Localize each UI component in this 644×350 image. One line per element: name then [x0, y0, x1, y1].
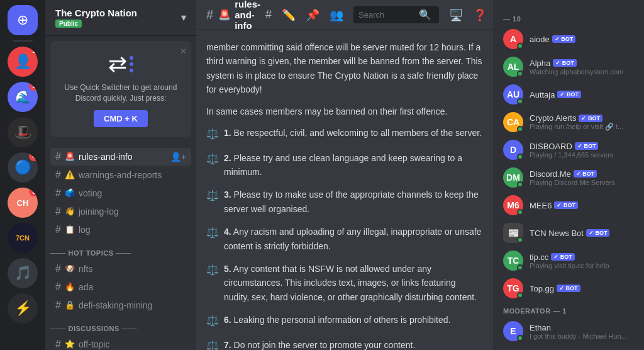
- log-hash-icon: #: [55, 224, 61, 235]
- member-tipcc[interactable]: TC tip.cc ✓ BOT Playing visit tip.cc for…: [498, 247, 639, 274]
- member-tcn-news-bot[interactable]: 📰 TCN News Bot ✓ BOT: [498, 219, 639, 247]
- member-aiode[interactable]: A aiode ✓ BOT: [498, 25, 639, 53]
- channels-list: # 🚨 rules-and-info 👤+ # ⚠️ warnings-and-…: [45, 142, 196, 350]
- auttaja-bot-badge: ✓ BOT: [557, 91, 581, 98]
- rules-channel-name: rules-and-info: [79, 152, 167, 162]
- rule-5-text: 5. Any content that is NSFW is not allow…: [224, 262, 483, 304]
- channel-item-nfts[interactable]: # 🐶 nfts: [50, 260, 191, 278]
- member-auttaja[interactable]: AU Auttaja ✓ BOT: [498, 81, 639, 108]
- help-icon[interactable]: ❓: [473, 8, 487, 22]
- pin-icon[interactable]: 📌: [306, 8, 319, 22]
- tcn-news-bot-badge: ✓ BOT: [586, 229, 610, 237]
- channel-item-joining-log[interactable]: # 👋 joining-log: [50, 203, 191, 220]
- rule-5: ⚖️ 5. Any content that is NSFW is not al…: [206, 262, 483, 304]
- server-header[interactable]: The Crypto Nation Public ▾: [45, 0, 196, 36]
- member-mee6-avatar: M6: [503, 195, 523, 215]
- channel-item-warnings[interactable]: # ⚠️ warnings-and-reports: [50, 166, 191, 184]
- member-tcn-news-bot-status: [517, 237, 523, 243]
- chat-messages: member committing said offence will be s…: [196, 30, 493, 350]
- member-discord-me[interactable]: DM Discord.Me ✓ BOT Playing Discord.Me S…: [498, 164, 639, 191]
- channel-item-log[interactable]: # 📋 log: [50, 221, 191, 239]
- server-icon-4[interactable]: 🔵 4: [8, 152, 38, 183]
- log-emoji: 📋: [65, 225, 75, 234]
- member-alpha-status: [517, 71, 523, 77]
- rule-4-text: 4. Any racism and uploading of any illeg…: [224, 225, 483, 253]
- member-crypto-alerts[interactable]: CA Crypto Alerts ✓ BOT Playing run /help…: [498, 108, 639, 136]
- rule-7-emoji: ⚖️: [206, 338, 219, 350]
- server-icon-7[interactable]: 🎵: [8, 258, 38, 288]
- channel-item-rules-and-info[interactable]: # 🚨 rules-and-info 👤+: [50, 148, 191, 166]
- rule-2-text: 2. Please try and use clean language and…: [224, 151, 483, 179]
- qs-dot-2: [130, 62, 133, 66]
- member-aiode-info: aiode ✓ BOT: [530, 35, 634, 44]
- member-aiode-name: aiode ✓ BOT: [530, 35, 634, 44]
- ada-channel-name: ada: [79, 282, 186, 292]
- topgg-bot-badge: ✓ BOT: [557, 285, 580, 292]
- server-icon-home[interactable]: ⊕: [8, 5, 38, 35]
- server-icon-1[interactable]: 👤 1: [8, 47, 38, 77]
- hashtag-icon[interactable]: #: [265, 8, 272, 21]
- voting-emoji: 🗳️: [65, 188, 75, 198]
- rule-1-text: 1. Be respectful, civil, and welcoming t…: [224, 126, 482, 140]
- server-icon-6[interactable]: 7CN: [8, 223, 38, 253]
- qs-dot-1: [130, 56, 133, 60]
- warnings-hash-icon: #: [55, 169, 61, 181]
- member-alpha[interactable]: AL Alpha ✓ BOT Watching alphabotsystem.c…: [498, 53, 639, 81]
- inbox-icon[interactable]: 🖥️: [449, 8, 463, 22]
- search-input[interactable]: [358, 10, 415, 20]
- server-icon-8[interactable]: ⚡: [8, 293, 38, 324]
- member-alpha-name: Alpha ✓ BOT: [530, 59, 634, 68]
- members-icon[interactable]: 👥: [330, 8, 343, 22]
- member-discord-me-avatar: DM: [503, 167, 523, 188]
- nfts-channel-name: nfts: [79, 264, 186, 274]
- discussions-label: ─── DISCUSSIONS ───: [50, 325, 137, 332]
- member-ethan-info: Ethan I got this buddy - Michael Hun...: [530, 323, 634, 340]
- server-icon-2[interactable]: 🌊 1: [8, 82, 38, 112]
- member-mee6[interactable]: M6 MEE6 ✓ BOT: [498, 191, 639, 219]
- channel-item-voting[interactable]: # 🗳️ voting: [50, 184, 191, 202]
- member-disboard-name: DISBOARD ✓ BOT: [530, 142, 634, 151]
- rule-3-text: 3. Please try to make use of the appropr…: [224, 188, 483, 216]
- crypto-alerts-bot-badge: ✓ BOT: [579, 115, 602, 122]
- rule-3: ⚖️ 3. Please try to make use of the appr…: [206, 188, 483, 216]
- channel-item-defi[interactable]: # 🔒 defi-staking-mining: [50, 296, 191, 314]
- member-topgg-info: Top.gg ✓ BOT: [530, 284, 634, 293]
- channel-title-emoji: 🚨: [218, 9, 231, 21]
- member-mee6-info: MEE6 ✓ BOT: [530, 201, 634, 210]
- off-topic-hash-icon: #: [55, 339, 61, 350]
- member-tipcc-activity: Playing visit tip.cc for help: [530, 262, 634, 269]
- server-icon-3[interactable]: 🎩: [8, 117, 38, 147]
- member-tcn-news-bot-name: TCN News Bot ✓ BOT: [530, 229, 634, 238]
- server-divider: [13, 40, 33, 42]
- member-crypto-alerts-avatar: CA: [503, 112, 523, 132]
- moderator-category: MODERATOR — 1: [498, 302, 639, 317]
- member-ethan[interactable]: E Ethan I got this buddy - Michael Hun..…: [498, 317, 639, 345]
- channel-item-off-topic[interactable]: # ⭐ off-topic: [50, 336, 191, 350]
- member-topgg[interactable]: TG Top.gg ✓ BOT: [498, 274, 639, 302]
- member-tipcc-name: tip.cc ✓ BOT: [530, 252, 634, 262]
- rule-5-emoji: ⚖️: [206, 262, 219, 278]
- rule-2: ⚖️ 2. Please try and use clean language …: [206, 151, 483, 179]
- close-button[interactable]: ×: [180, 46, 186, 57]
- channel-item-ada[interactable]: # 🔥 ada: [50, 278, 191, 296]
- member-disboard[interactable]: D DISBOARD ✓ BOT Playing / 1,344,665 ser…: [498, 136, 639, 164]
- defi-channel-name: defi-staking-mining: [79, 300, 186, 310]
- hot-topics-category: ─── HOT TOPICS ───: [45, 239, 196, 259]
- nfts-emoji: 🐶: [65, 264, 75, 273]
- server-icon-5[interactable]: CH 3: [8, 188, 38, 218]
- rule-6-text: 6. Leaking the personal information of o…: [224, 313, 450, 327]
- member-tipcc-status: [517, 264, 523, 271]
- header-icons: # ✏️ 📌 👥 🔍 🖥️ ❓: [265, 6, 487, 23]
- mee6-bot-badge: ✓ BOT: [554, 201, 578, 209]
- edit-icon[interactable]: ✏️: [282, 8, 296, 22]
- member-tipcc-avatar: TC: [503, 251, 523, 271]
- chat-header: # 🚨 rules-and-info # ✏️ 📌 👥 🔍 🖥️ ❓: [196, 0, 493, 30]
- rule-2-emoji: ⚖️: [206, 151, 219, 167]
- qs-description: Use Quick Switcher to get around Discord…: [60, 82, 181, 104]
- ada-hash-icon: #: [55, 281, 61, 293]
- member-add-icon[interactable]: 👤+: [170, 152, 186, 162]
- log-channel-name: log: [79, 225, 186, 235]
- member-crypto-alerts-status: [517, 126, 523, 132]
- member-alpha-info: Alpha ✓ BOT Watching alphabotsystem.com: [530, 59, 634, 76]
- member-topgg-name: Top.gg ✓ BOT: [530, 284, 634, 293]
